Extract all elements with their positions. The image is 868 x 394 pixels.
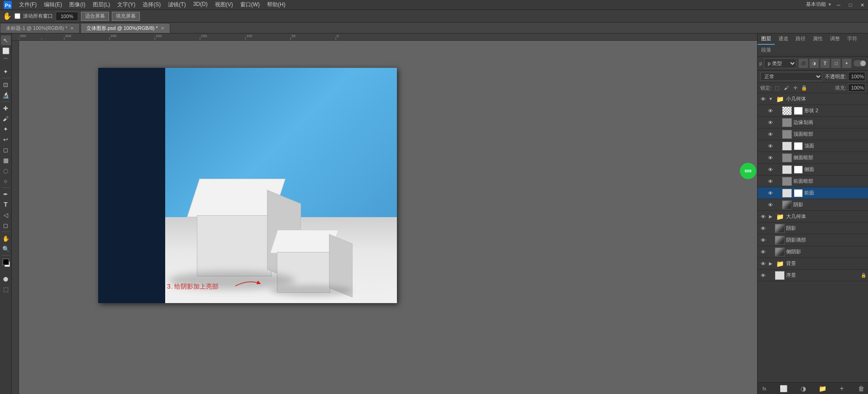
layer-item-6[interactable]: 👁侧面	[758, 164, 868, 176]
screen-mode-tool[interactable]: ⬚	[1, 284, 11, 294]
eyedropper-tool[interactable]: 🔬	[1, 90, 11, 100]
layer-item-8[interactable]: 👁前面	[758, 187, 868, 199]
layer-visibility-4[interactable]: 👁	[767, 142, 774, 150]
tab-adjustments[interactable]: 调整	[826, 33, 844, 45]
artwork-canvas[interactable]: 3. 给阴影加上亮部	[98, 68, 397, 303]
tab-立体图形[interactable]: 立体图形.psd @ 100%(RGB/8) * ✕	[81, 23, 170, 33]
lock-pixels-btn[interactable]: 🖌	[782, 84, 790, 91]
layer-item-9[interactable]: 👁阴影	[758, 199, 868, 211]
layer-item-11[interactable]: 👁阴影	[758, 223, 868, 234]
filter-type-select[interactable]: p 类型	[764, 58, 796, 68]
menu-file[interactable]: 文件(F)	[15, 0, 40, 9]
fill-screen-button[interactable]: 填充屏幕	[112, 12, 140, 21]
fill-input[interactable]	[848, 84, 865, 92]
menu-view[interactable]: 视图(V)	[211, 0, 237, 9]
layer-item-12[interactable]: 👁阴影滴部	[758, 234, 868, 246]
lock-position-btn[interactable]: ✛	[792, 84, 799, 91]
maximize-button[interactable]: □	[844, 0, 856, 10]
layer-visibility-8[interactable]: 👁	[767, 190, 774, 197]
move-tool[interactable]: ↖	[1, 35, 11, 45]
history-brush-tool[interactable]: ↩	[1, 134, 11, 144]
filter-text-btn[interactable]: T	[820, 58, 830, 68]
quick-select-tool[interactable]: ✦	[1, 66, 11, 76]
layer-visibility-2[interactable]: 👁	[767, 119, 774, 126]
brush-tool[interactable]: 🖌	[1, 114, 11, 123]
layer-visibility-13[interactable]: 👁	[759, 248, 767, 256]
layer-item-5[interactable]: 👁侧面暗部	[758, 152, 868, 164]
canvas-container[interactable]: 3. 给阴影加上亮部	[19, 41, 757, 394]
layer-item-15[interactable]: 👁序景🔒	[758, 270, 868, 281]
shape-tool[interactable]: ◻	[1, 220, 11, 230]
select-rect-tool[interactable]: ⬜	[1, 46, 11, 56]
menu-select[interactable]: 选择(S)	[139, 0, 164, 9]
layer-item-7[interactable]: 👁前面暗部	[758, 176, 868, 187]
gradient-tool[interactable]: ▦	[1, 155, 11, 165]
dodge-tool[interactable]: ○	[1, 176, 11, 186]
minimize-button[interactable]: ─	[833, 0, 844, 10]
layer-visibility-12[interactable]: 👁	[759, 237, 767, 244]
menu-3d[interactable]: 3D(D)	[190, 0, 211, 9]
menu-filter[interactable]: 滤镜(T)	[164, 0, 189, 9]
layer-visibility-14[interactable]: 👁	[759, 260, 767, 267]
tab-layers[interactable]: 图层	[758, 33, 775, 45]
layer-mask-button[interactable]: ⬜	[779, 384, 789, 394]
layer-visibility-0[interactable]: 👁	[759, 95, 767, 103]
layer-fx-button[interactable]: fx	[759, 384, 769, 394]
fit-screen-button[interactable]: 适合屏幕	[81, 12, 109, 21]
layer-item-2[interactable]: 👁边缘划画	[758, 117, 868, 128]
layer-expand-14[interactable]: ▶	[768, 261, 773, 266]
layer-item-0[interactable]: 👁▼📁小几何体	[758, 93, 868, 105]
menu-layer[interactable]: 图层(L)	[89, 0, 114, 9]
layer-item-13[interactable]: 👁侧阴影	[758, 246, 868, 258]
tab-character[interactable]: 字符	[844, 33, 861, 45]
layer-visibility-1[interactable]: 👁	[767, 107, 774, 114]
tab-paths[interactable]: 路径	[792, 33, 809, 45]
foreground-color[interactable]	[3, 259, 9, 265]
layer-visibility-5[interactable]: 👁	[767, 154, 774, 161]
layer-delete-button[interactable]: 🗑	[856, 384, 866, 394]
text-tool[interactable]: T	[1, 199, 11, 209]
clone-stamp-tool[interactable]: ✦	[1, 124, 11, 134]
lock-transparent-btn[interactable]: ⬚	[773, 84, 781, 91]
eraser-tool[interactable]: ◻	[1, 145, 11, 155]
layer-expand-10[interactable]: ▶	[768, 214, 773, 219]
scroll-all-checkbox[interactable]	[14, 13, 20, 19]
layer-group-button[interactable]: 📁	[817, 384, 827, 394]
layer-item-1[interactable]: 👁形状 2	[758, 105, 868, 117]
layer-item-3[interactable]: 👁顶面暗部	[758, 128, 868, 140]
layer-expand-0[interactable]: ▼	[768, 96, 773, 102]
layer-adjustment-button[interactable]: ◑	[798, 384, 808, 394]
lock-all-btn[interactable]: 🔒	[801, 84, 808, 91]
menu-window[interactable]: 窗口(W)	[237, 0, 263, 9]
lasso-tool[interactable]: ⌒	[1, 56, 11, 66]
layer-new-button[interactable]: +	[837, 384, 847, 394]
layer-item-14[interactable]: 👁▶📁背景	[758, 258, 868, 270]
menu-text[interactable]: 文字(Y)	[114, 0, 139, 9]
layer-visibility-3[interactable]: 👁	[767, 131, 774, 138]
opacity-input[interactable]	[848, 72, 865, 81]
layer-visibility-9[interactable]: 👁	[767, 201, 774, 209]
layer-visibility-6[interactable]: 👁	[767, 166, 774, 173]
filter-pixel-btn[interactable]: ⬛	[798, 58, 808, 68]
filter-shape-btn[interactable]: ◻	[831, 58, 841, 68]
blur-tool[interactable]: ◌	[1, 166, 11, 176]
zoom-tool[interactable]: 🔍	[1, 244, 11, 254]
layer-visibility-7[interactable]: 👁	[767, 178, 774, 185]
close-button[interactable]: ✕	[856, 0, 868, 10]
quick-mask-tool[interactable]: ⬤	[1, 274, 11, 284]
tab-properties[interactable]: 属性	[809, 33, 826, 45]
layer-visibility-10[interactable]: 👁	[759, 213, 767, 220]
filter-smart-btn[interactable]: ✦	[842, 58, 852, 68]
hand-tool[interactable]: ✋	[1, 233, 11, 243]
filter-adjust-btn[interactable]: ◑	[809, 58, 819, 68]
layer-item-10[interactable]: 👁▶📁大几何体	[758, 211, 868, 223]
filter-toggle[interactable]	[854, 60, 866, 66]
menu-edit[interactable]: 编辑(E)	[40, 0, 66, 9]
tab-立体图形-close[interactable]: ✕	[161, 26, 164, 31]
tab-untitled[interactable]: 未标题-1 @ 100%(RGB/8) * ✕	[0, 23, 80, 33]
tab-channels[interactable]: 通道	[775, 33, 792, 45]
zoom-input[interactable]	[56, 12, 78, 21]
tab-paragraph[interactable]: 段落	[758, 45, 775, 56]
tab-untitled-close[interactable]: ✕	[70, 26, 74, 31]
layer-visibility-15[interactable]: 👁	[759, 272, 767, 279]
